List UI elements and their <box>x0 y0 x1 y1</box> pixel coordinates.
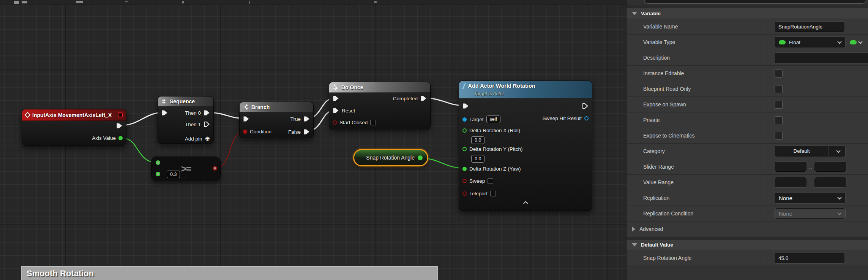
exec-in-pin-row <box>161 110 168 116</box>
sweep-label: Sweep <box>469 178 485 184</box>
target-pin-row: Target self <box>462 115 500 123</box>
snap-rotation-angle-input[interactable] <box>775 253 844 263</box>
sweep-hit-result-pin[interactable] <box>584 116 589 120</box>
chevron-down-icon <box>837 40 841 44</box>
slider-range-min-input[interactable] <box>775 162 806 172</box>
value-range-min-input[interactable] <box>775 177 806 187</box>
blueprint-editor: InputAxis MovementAxisLeft_X Axis Value … <box>0 0 868 280</box>
section-label: Default Value <box>641 242 673 248</box>
reset-pin[interactable] <box>333 108 339 114</box>
variable-pill-label: Snap Rotation Angle <box>366 155 415 161</box>
exec-in-pin-row <box>462 103 469 109</box>
node-inputaxis-event[interactable]: InputAxis MovementAxisLeft_X Axis Value <box>22 109 126 146</box>
row-expose-to-cinematics: Expose to Cinematics <box>627 128 868 144</box>
container-type-chevron-icon[interactable] <box>858 40 862 44</box>
collapse-chevron-icon[interactable] <box>523 201 528 206</box>
collapse-triangle-icon <box>632 243 637 247</box>
node-do-once[interactable]: 1 Do Once Completed Reset Start Closed <box>329 82 431 129</box>
replication-value: None <box>779 195 792 201</box>
delta-y-pin[interactable] <box>462 147 467 151</box>
category-value: Default <box>775 146 829 156</box>
greater-equal-operator: >= <box>152 163 220 174</box>
then1-pin[interactable] <box>204 121 210 127</box>
delta-x-pin[interactable] <box>462 128 467 133</box>
blueprint-graph-canvas[interactable]: InputAxis MovementAxisLeft_X Axis Value … <box>0 0 626 280</box>
row-slider-range: Slider Range .. <box>627 159 868 175</box>
toolbar-sliver <box>0 0 626 5</box>
chevron-down-icon <box>837 211 841 215</box>
row-advanced[interactable]: Advanced <box>627 221 868 237</box>
slider-range-label: Slider Range <box>627 159 767 174</box>
node-sequence[interactable]: Sequence Then 0 Then 1 ⊕ Add pin <box>158 96 214 144</box>
start-closed-pin[interactable] <box>333 120 337 125</box>
node-add-actor-world-rotation[interactable]: ƒ Add Actor World Rotation Target is Act… <box>459 81 592 211</box>
target-pin[interactable] <box>462 117 467 122</box>
sweep-checkbox[interactable] <box>488 178 493 184</box>
sweep-pin-row: Sweep <box>462 178 493 184</box>
node-snap-rotation-angle-variable[interactable]: Snap Rotation Angle <box>353 149 428 166</box>
expose-to-cinematics-label: Expose to Cinematics <box>627 128 767 143</box>
target-label: Target <box>469 117 484 122</box>
add-pin-label: Add pin <box>185 136 202 142</box>
exec-out-pin[interactable] <box>582 103 589 109</box>
then1-label: Then 1 <box>185 122 201 127</box>
node-branch[interactable]: Branch Condition True False <box>239 102 314 138</box>
condition-pin[interactable] <box>243 130 247 134</box>
value-range-max-input[interactable] <box>814 177 846 187</box>
replication-condition-label: Replication Condition <box>627 206 767 221</box>
axis-value-pin[interactable] <box>118 136 123 140</box>
then0-label: Then 0 <box>185 110 201 116</box>
exec-out-pin[interactable] <box>116 123 123 129</box>
section-default-value[interactable]: Default Value <box>627 240 868 250</box>
teleport-pin[interactable] <box>462 191 467 196</box>
exec-in-pin-row <box>243 116 249 122</box>
instance-editable-checkbox[interactable] <box>775 70 783 78</box>
blueprint-read-only-checkbox[interactable] <box>775 85 783 93</box>
delta-y-label: Delta Rotation Y (Pitch) <box>469 146 523 152</box>
false-pin[interactable] <box>303 129 310 135</box>
delta-z-pin[interactable] <box>462 167 467 171</box>
details-search-input[interactable] <box>644 0 866 4</box>
completed-pin[interactable] <box>420 95 427 101</box>
node-greater-equal[interactable]: 0.3 >= <box>151 157 221 181</box>
add-pin-icon[interactable]: ⊕ <box>205 136 210 142</box>
variable-name-input[interactable] <box>775 22 844 32</box>
sweep-pin[interactable] <box>462 179 467 183</box>
true-pin[interactable] <box>303 116 310 122</box>
expand-triangle-icon <box>632 226 635 232</box>
slider-range-max-input[interactable] <box>814 162 846 172</box>
variable-output-pin[interactable] <box>418 155 423 160</box>
then0-pin-row: Then 0 <box>185 110 210 116</box>
expose-on-spawn-checkbox[interactable] <box>775 101 783 109</box>
category-dropdown[interactable]: Default <box>775 146 845 157</box>
exec-in-pin[interactable] <box>333 95 339 101</box>
expose-on-spawn-label: Expose on Spawn <box>627 97 767 112</box>
axis-value-pin-row: Axis Value <box>92 135 123 141</box>
add-pin-row[interactable]: ⊕ Add pin <box>185 136 210 142</box>
variable-type-dropdown[interactable]: Float <box>775 37 845 47</box>
then0-pin[interactable] <box>204 110 210 116</box>
condition-pin-row: Condition <box>243 129 271 134</box>
teleport-checkbox[interactable] <box>490 191 496 196</box>
target-self-box[interactable]: self <box>486 115 500 123</box>
event-diamond-icon <box>25 112 31 118</box>
expose-to-cinematics-checkbox[interactable] <box>775 132 783 140</box>
replication-dropdown[interactable]: None <box>775 193 845 203</box>
description-input[interactable] <box>775 53 868 63</box>
exec-in-pin[interactable] <box>462 103 469 109</box>
exec-in-pin[interactable] <box>161 110 168 116</box>
delta-y-value-row: 0.0 <box>471 155 485 163</box>
delta-y-value-box[interactable]: 0.0 <box>471 155 485 163</box>
true-label: True <box>290 116 301 122</box>
completed-pin-row: Completed <box>393 95 427 101</box>
start-closed-checkbox[interactable] <box>370 120 376 125</box>
comment-smooth-rotation[interactable]: Smooth Rotation <box>21 266 438 280</box>
delta-x-value-box[interactable]: 0.0 <box>471 136 485 144</box>
exec-in-pin[interactable] <box>243 116 249 122</box>
container-type-pill-icon[interactable] <box>850 40 857 44</box>
private-checkbox[interactable] <box>775 116 783 124</box>
compare-output-pin[interactable] <box>213 166 217 171</box>
instance-editable-label: Instance Editable <box>627 66 767 81</box>
section-variable[interactable]: Variable <box>627 8 868 19</box>
node-title: Sequence <box>170 98 195 104</box>
